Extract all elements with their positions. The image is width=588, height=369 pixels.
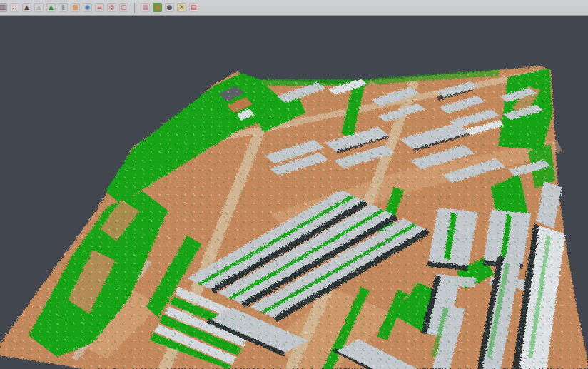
- point-noise-texture: [0, 66, 588, 369]
- cross-markers-icon[interactable]: ✕: [177, 3, 186, 12]
- red-rect-select-icon[interactable]: ▢: [119, 3, 128, 12]
- classified-mesh-scene[interactable]: [0, 16, 588, 369]
- light-mountain-icon[interactable]: ▲: [34, 3, 44, 12]
- point-align-icon[interactable]: ∷: [10, 3, 19, 12]
- main-toolbar: ▥∷▲▲▲▮■◉≡◎▢▦▩●✕▤: [0, 0, 588, 16]
- dark-sphere-icon[interactable]: ●: [165, 3, 174, 12]
- viewport-3d[interactable]: [0, 16, 588, 369]
- application-window: ▥∷▲▲▲▮■◉≡◎▢▦▩●✕▤: [0, 0, 588, 369]
- orange-tile-icon[interactable]: ■: [71, 3, 80, 12]
- green-terrain-icon[interactable]: ▲: [46, 3, 56, 12]
- dark-mountain-icon[interactable]: ▲: [22, 3, 31, 12]
- red-report-icon[interactable]: ▤: [189, 3, 198, 12]
- terrain-layers: [0, 66, 588, 369]
- blue-globe-icon[interactable]: ◉: [83, 3, 92, 12]
- checker-grid-icon[interactable]: ▦: [141, 3, 150, 12]
- red-list-icon[interactable]: ≡: [95, 3, 104, 12]
- red-circle-select-icon[interactable]: ◎: [107, 3, 116, 12]
- classified-map-icon[interactable]: ▩: [153, 3, 162, 12]
- blue-column-icon[interactable]: ▮: [59, 3, 68, 12]
- toolbar-separator: [134, 3, 135, 13]
- folder-import-icon[interactable]: ▥: [0, 3, 7, 12]
